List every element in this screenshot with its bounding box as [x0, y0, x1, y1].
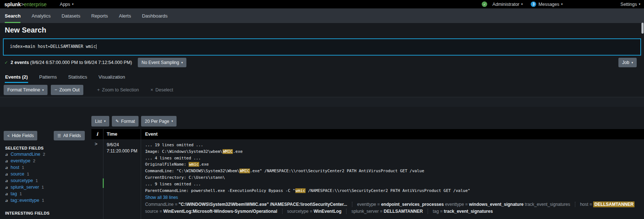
summary-value: DELLSAMTANNER	[384, 209, 423, 214]
messages-label: Messages	[538, 2, 559, 7]
summary-field[interactable]: sourcetype = WinEventLog	[282, 209, 342, 214]
event-text: .exe" /NAMESPACE:\\root\SecurityCenter2 …	[250, 169, 424, 173]
format-label: Format	[121, 119, 135, 124]
job-button[interactable]: Job ▾	[618, 58, 637, 67]
highlighted-term[interactable]: wmic	[295, 188, 306, 193]
event-text: Image: C:\Windows\System32\wbem\	[145, 149, 223, 154]
event-text: OriginalFileName:	[145, 162, 189, 167]
tab-visualization[interactable]: Visualization	[98, 71, 126, 83]
vertical-scrollbar[interactable]	[641, 23, 644, 34]
search-input[interactable]: index=main host=DELLSAMTANNER wmic	[3, 38, 641, 56]
tab-patterns[interactable]: Patterns	[39, 71, 57, 83]
result-tabs: Events (2)PatternsStatisticsVisualizatio…	[5, 71, 125, 83]
hide-fields-button[interactable]: < Hide Fields	[4, 131, 37, 140]
column-header-event: Event	[145, 129, 158, 139]
splunk-logo[interactable]: splunk>enterprise	[4, 1, 47, 7]
field-item-source[interactable]: asource1	[5, 171, 45, 177]
messages-menu[interactable]: Messages ▾	[538, 2, 562, 7]
event-text: .exe	[199, 162, 209, 167]
zoom-to-selection-button[interactable]: + Zoom to Selection	[97, 87, 139, 92]
field-count: 1	[27, 172, 29, 176]
highlighted-term[interactable]: WMIC	[223, 149, 233, 154]
event-summary-row: CommandLine = "C:\WINDOWS\System32\Wbem\…	[145, 201, 634, 208]
summary-label: track_event_signatures	[524, 202, 570, 207]
settings-menu[interactable]: Settings ▾	[621, 2, 640, 7]
splunk-search-page: splunk>enterprise Apps ▾ ✓ Administrator…	[0, 0, 644, 219]
appnav-item-search[interactable]: Search	[5, 8, 20, 23]
field-item-sourcetype[interactable]: asourcetype1	[5, 177, 45, 184]
field-item-tag[interactable]: atag1	[5, 190, 45, 197]
logo-splunk-text: splunk	[4, 1, 21, 7]
field-item-eventtype[interactable]: aeventtype2	[5, 158, 45, 164]
hide-fields-label: Hide Fields	[12, 133, 34, 138]
highlighted-term[interactable]: WMIC	[239, 169, 250, 173]
appnav-item-alerts[interactable]: Alerts	[119, 8, 131, 23]
tab-events-2[interactable]: Events (2)	[5, 71, 28, 83]
field-type-icon: a	[5, 172, 8, 177]
summary-label: sourcetype =	[287, 209, 314, 214]
format-timeline-label: Format Timeline	[7, 87, 40, 92]
per-page-button[interactable]: 20 Per Page ▾	[141, 116, 177, 127]
appnav-item-dashboards[interactable]: Dashboards	[142, 8, 167, 23]
appnav-item-analytics[interactable]: Analytics	[31, 8, 50, 23]
pencil-icon: ✎	[115, 119, 119, 124]
event-line: CommandLine: "C:\WINDOWS\System32\Wbem\W…	[145, 168, 470, 174]
show-all-lines-link[interactable]: Show all 38 lines	[145, 195, 178, 200]
deselect-button[interactable]: × Deselect	[151, 87, 173, 92]
all-fields-label: All Fields	[63, 133, 81, 138]
event-sampling-button[interactable]: No Event Sampling ▾	[138, 58, 186, 67]
apps-menu[interactable]: Apps ▾	[60, 2, 74, 7]
summary-field[interactable]: splunk_server = DELLSAMTANNER	[346, 209, 423, 214]
tab-statistics[interactable]: Statistics	[68, 71, 88, 83]
event-field-summary: CommandLine = "C:\WINDOWS\System32\Wbem\…	[145, 201, 634, 215]
zoom-out-button[interactable]: − Zoom Out	[51, 85, 83, 95]
result-count: 2 events	[11, 60, 29, 65]
chevron-down-icon: ▾	[42, 88, 44, 92]
field-item-host[interactable]: ahost1	[5, 164, 45, 171]
field-item-tag-eventtype[interactable]: atag::eventtype1	[5, 197, 45, 204]
summary-field[interactable]: host = DELLSAMTANNER	[575, 202, 634, 207]
cross-icon: ×	[151, 87, 153, 92]
event-line: Image: C:\Windows\System32\wbem\WMIC.exe	[145, 148, 470, 155]
field-item-commandline[interactable]: aCommandLine2	[5, 151, 45, 158]
chevron-down-icon: ▾	[639, 3, 640, 6]
event-sampling-label: No Event Sampling	[141, 60, 179, 65]
summary-field[interactable]: source = WinEventLog:Microsoft-Windows-S…	[145, 209, 277, 214]
all-fields-button[interactable]: ☰ All Fields	[54, 131, 85, 140]
field-count: 2	[33, 159, 35, 163]
field-name: tag	[11, 191, 17, 196]
field-type-icon: a	[5, 159, 8, 163]
field-item-splunk-server[interactable]: asplunk_server1	[5, 184, 45, 190]
list-view-button[interactable]: List ▾	[91, 116, 109, 127]
highlighted-term[interactable]: wmic	[189, 162, 199, 167]
per-page-label: 20 Per Page	[145, 119, 169, 124]
format-button[interactable]: ✎ Format	[112, 116, 139, 127]
field-type-icon: a	[5, 185, 8, 190]
search-query-text: index=main host=DELLSAMTANNER wmic	[10, 44, 96, 49]
summary-label: eventtype =	[444, 202, 469, 207]
appnav-item-datasets[interactable]: Datasets	[61, 8, 80, 23]
check-icon: ✓	[483, 3, 486, 6]
health-status-icon[interactable]: ✓	[482, 1, 487, 7]
field-name: source	[11, 171, 24, 177]
field-count: 1	[19, 192, 22, 196]
top-bar: splunk>enterprise Apps ▾ ✓ Administrator…	[0, 0, 644, 8]
page-title: New Search	[5, 26, 46, 34]
selected-fields-list: aCommandLine2aeventtype2ahost1asource1as…	[5, 151, 45, 204]
summary-label: tag =	[433, 209, 444, 214]
format-timeline-button[interactable]: Format Timeline ▾	[4, 85, 48, 95]
field-type-icon: a	[5, 198, 8, 203]
column-divider	[141, 129, 141, 219]
summary-field[interactable]: tag = track_event_signatures	[428, 209, 493, 214]
summary-field[interactable]: CommandLine = "C:\WINDOWS\System32\Wbem\…	[145, 202, 347, 207]
field-count: 2	[43, 152, 45, 156]
appnav-item-reports[interactable]: Reports	[91, 8, 108, 23]
summary-field[interactable]: eventtype = endpoint_services_processes …	[352, 202, 570, 207]
column-header-info: i	[91, 129, 103, 139]
administrator-menu[interactable]: Administrator ▾	[492, 2, 523, 7]
result-time-range: (9/6/24 6:57:00.000 PM to 9/6/24 7:12:54…	[29, 60, 132, 65]
event-line: ... 4 lines omitted ...	[145, 155, 470, 162]
event-expander[interactable]: >	[95, 141, 98, 147]
plus-icon: +	[97, 87, 100, 92]
apps-label: Apps	[60, 2, 71, 7]
